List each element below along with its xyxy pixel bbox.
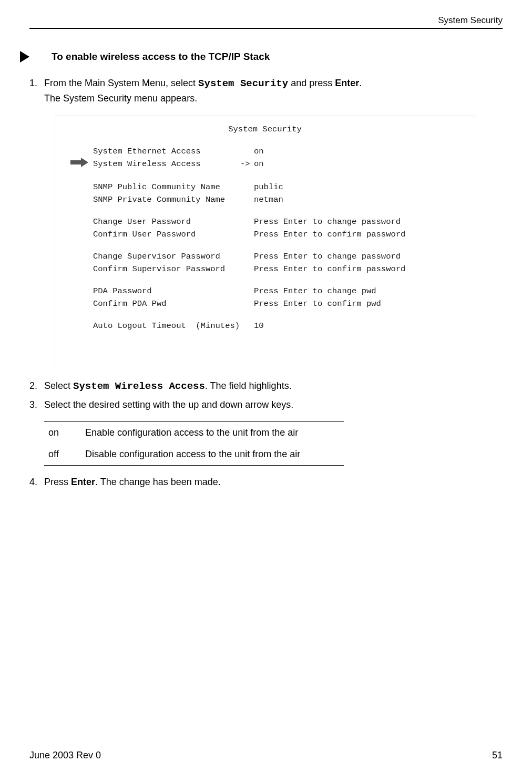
footer-date: June 2003 Rev 0: [29, 750, 101, 761]
selection-marker: [240, 250, 254, 263]
config-value: Press Enter to confirm password: [254, 263, 464, 275]
config-label: Confirm User Password: [93, 228, 240, 241]
config-label: SNMP Public Community Name: [93, 181, 240, 193]
row-indicator: [66, 228, 93, 241]
config-value: Press Enter to confirm pwd: [254, 297, 464, 310]
menu-item-code: System Security: [198, 78, 288, 89]
selection-marker: [240, 215, 254, 228]
svg-marker-2: [81, 158, 88, 167]
setting-key: off: [48, 449, 85, 460]
config-label: Change Supervisor Password: [93, 250, 240, 263]
selection-marker: [240, 297, 254, 310]
config-row: SNMP Private Community Namenetman: [66, 193, 464, 206]
blank-line: [66, 206, 464, 215]
config-label: PDA Password: [93, 285, 240, 297]
config-row: Confirm Supervisor PasswordPress Enter t…: [66, 263, 464, 275]
arrow-right-icon: [70, 158, 88, 171]
text: . The change has been made.: [95, 477, 221, 487]
text: and press: [288, 78, 335, 88]
setting-description: Enable configuration access to the unit …: [85, 427, 340, 438]
config-row: Auto Logout Timeout (Minutes)10: [66, 320, 464, 332]
config-label: Confirm PDA Pwd: [93, 297, 240, 310]
step-number: 4.: [29, 475, 44, 489]
step-4: 4. Press Enter. The change has been made…: [29, 475, 503, 489]
settings-table: onEnable configuration access to the uni…: [44, 421, 344, 466]
header-title: System Security: [438, 15, 503, 25]
config-value: Press Enter to change password: [254, 250, 464, 263]
row-indicator: [66, 193, 93, 206]
procedure-heading: To enable wireless access to the TCP/IP …: [29, 50, 503, 64]
config-value: on: [254, 158, 464, 171]
step-body: Press Enter. The change has been made.: [44, 475, 503, 489]
text: Select: [44, 380, 73, 391]
blank-line: [66, 241, 464, 250]
step-3: 3. Select the desired setting with the u…: [29, 398, 503, 412]
blank-line: [66, 171, 464, 181]
settings-row: onEnable configuration access to the uni…: [44, 422, 344, 444]
config-label: Auto Logout Timeout (Minutes): [93, 320, 240, 332]
setting-description: Disable configuration access to the unit…: [85, 449, 340, 460]
row-indicator: [66, 320, 93, 332]
step-body: From the Main System Menu, select System…: [44, 76, 503, 106]
page-footer: June 2003 Rev 0 51: [29, 750, 503, 761]
text: From the Main System Menu, select: [44, 78, 198, 88]
step-number: 2.: [29, 379, 44, 394]
row-indicator: [66, 297, 93, 310]
config-value: Press Enter to change pwd: [254, 285, 464, 297]
selection-marker: [240, 320, 254, 332]
text: The System Security menu appears.: [44, 93, 197, 104]
blank-line: [66, 310, 464, 320]
row-indicator: [66, 181, 93, 193]
terminal-screenshot: System Security System Ethernet Accesson…: [55, 115, 475, 366]
page-header: System Security: [29, 0, 503, 29]
config-label: System Ethernet Access: [93, 145, 240, 158]
selection-marker: [240, 145, 254, 158]
row-indicator: [66, 145, 93, 158]
page-number: 51: [492, 750, 503, 761]
screenshot-title: System Security: [66, 123, 464, 136]
config-value: on: [254, 145, 464, 158]
config-label: Change User Password: [93, 215, 240, 228]
config-row: System Ethernet Accesson: [66, 145, 464, 158]
selection-marker: [240, 285, 254, 297]
selection-marker: [240, 263, 254, 275]
config-row: SNMP Public Community Namepublic: [66, 181, 464, 193]
config-row: Confirm PDA PwdPress Enter to confirm pw…: [66, 297, 464, 310]
text: .: [359, 78, 362, 88]
step-body: Select System Wireless Access. The field…: [44, 379, 503, 394]
settings-row: offDisable configuration access to the u…: [44, 444, 344, 465]
row-indicator: [66, 263, 93, 275]
step-number: 1.: [29, 76, 44, 106]
heading-text: To enable wireless access to the TCP/IP …: [52, 51, 270, 63]
config-value: netman: [254, 193, 464, 206]
selection-marker: [240, 228, 254, 241]
selection-marker: ->: [240, 158, 254, 171]
config-row: Change Supervisor PasswordPress Enter to…: [66, 250, 464, 263]
text: Press: [44, 477, 71, 487]
row-indicator: [66, 158, 93, 171]
config-label: System Wireless Access: [93, 158, 240, 171]
selection-marker: [240, 181, 254, 193]
menu-item-code: System Wireless Access: [73, 380, 205, 392]
text: . The field highlights.: [205, 380, 292, 391]
row-indicator: [66, 250, 93, 263]
selection-marker: [240, 193, 254, 206]
screenshot-rows: System Ethernet AccessonSystem Wireless …: [66, 145, 464, 332]
svg-marker-0: [20, 51, 29, 63]
blank-line: [66, 275, 464, 285]
pointer-right-icon: [19, 50, 30, 64]
config-value: Press Enter to confirm password: [254, 228, 464, 241]
key-name: Enter: [335, 78, 359, 88]
config-label: Confirm Supervisor Password: [93, 263, 240, 275]
setting-key: on: [48, 427, 85, 438]
row-indicator: [66, 285, 93, 297]
config-value: public: [254, 181, 464, 193]
step-body: Select the desired setting with the up a…: [44, 398, 503, 412]
step-2: 2. Select System Wireless Access. The fi…: [29, 379, 503, 394]
config-label: SNMP Private Community Name: [93, 193, 240, 206]
config-row: Change User PasswordPress Enter to chang…: [66, 215, 464, 228]
key-name: Enter: [71, 477, 95, 487]
config-value: Press Enter to change password: [254, 215, 464, 228]
step-1: 1. From the Main System Menu, select Sys…: [29, 76, 503, 106]
config-value: 10: [254, 320, 464, 332]
